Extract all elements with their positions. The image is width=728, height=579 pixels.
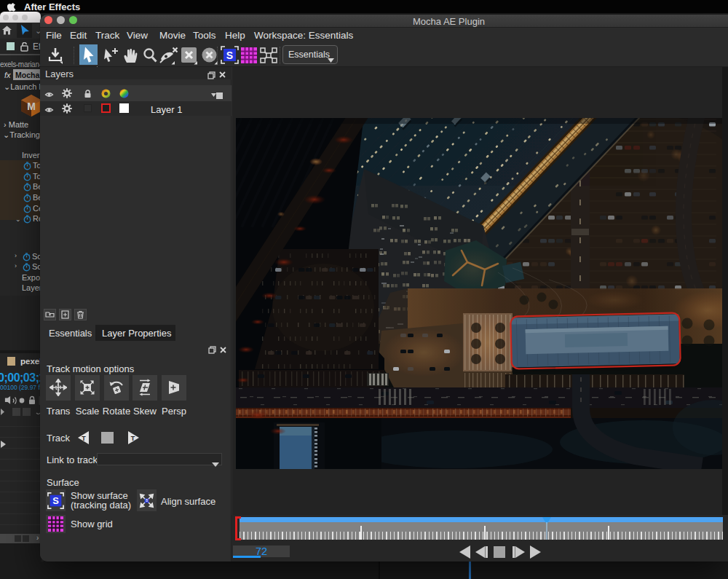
svg-text:B: B <box>146 499 148 503</box>
svg-text:S: S <box>52 495 59 506</box>
svg-text:M: M <box>27 101 36 112</box>
svg-text:T: T <box>131 435 135 442</box>
svg-text:T: T <box>82 435 86 442</box>
svg-text:S: S <box>226 50 233 61</box>
